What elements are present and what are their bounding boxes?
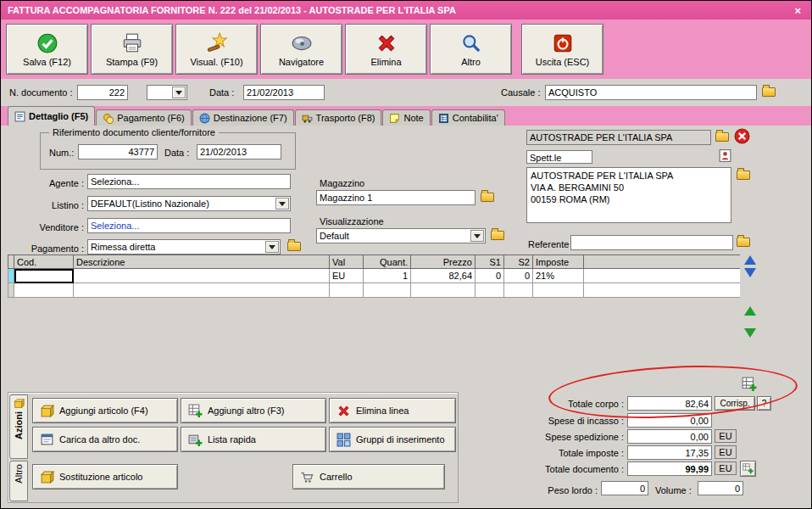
totale-corpo-input[interactable]: 82,64: [627, 396, 712, 411]
header-val[interactable]: Val: [330, 255, 364, 269]
cell-s1[interactable]: 0: [476, 269, 504, 283]
riferimento-num-input[interactable]: 43777: [78, 144, 158, 159]
referente-folder-icon[interactable]: [737, 238, 750, 247]
supplier-name-field[interactable]: AUTOSTRADE PER L'ITALIA SPA: [526, 130, 711, 145]
header-s1[interactable]: S1: [476, 255, 504, 269]
chevron-down-icon[interactable]: [172, 87, 186, 98]
totale-imposte-input[interactable]: 17,35: [627, 445, 712, 460]
cell-val[interactable]: EU: [330, 269, 364, 283]
chevron-down-icon[interactable]: [265, 241, 279, 253]
quick-list-button[interactable]: Lista rapida: [181, 427, 326, 452]
tab-trasporto[interactable]: Trasporto (F8): [295, 109, 382, 126]
cell-val[interactable]: [330, 283, 364, 298]
cell-imposte[interactable]: 21%: [533, 269, 584, 283]
spettle-input[interactable]: Spett.le: [526, 150, 592, 164]
add-row-icon[interactable]: [742, 377, 757, 392]
move-row-up-icon[interactable]: [744, 306, 756, 316]
add-article-icon: [40, 404, 54, 418]
tab-pagamento[interactable]: Pagamento (F6): [96, 109, 191, 126]
peso-lordo-input[interactable]: 0: [601, 481, 648, 495]
cell-s2[interactable]: 0: [504, 269, 533, 283]
exit-button[interactable]: Uscita (ESC): [521, 24, 603, 75]
row-selector[interactable]: [8, 283, 14, 298]
print-button[interactable]: Stampa (F9): [91, 24, 173, 75]
venditore-input[interactable]: Seleziona...: [87, 218, 291, 233]
agente-input[interactable]: Seleziona...: [87, 174, 291, 189]
cell-descrizione[interactable]: [74, 269, 330, 283]
header-cod[interactable]: Cod.: [14, 255, 74, 269]
cell-s1[interactable]: [476, 283, 504, 298]
spese-spedizione-input[interactable]: 0,00: [627, 429, 712, 444]
supplier-folder-icon[interactable]: [715, 132, 729, 142]
listino-combobox[interactable]: DEFAULT(Listino Nazionale): [87, 196, 291, 211]
insert-groups-button[interactable]: Gruppi di inserimento: [329, 427, 456, 452]
address-folder-icon[interactable]: [737, 171, 750, 180]
tab-azioni[interactable]: Azioni: [9, 394, 28, 459]
cell-quant[interactable]: [364, 283, 411, 298]
riferimento-data-input[interactable]: 21/02/2013: [197, 144, 281, 159]
volume-input[interactable]: 0: [698, 481, 743, 495]
tab-altro[interactable]: Altro: [9, 461, 28, 501]
cell-cod[interactable]: [14, 283, 74, 298]
tab-destinazione[interactable]: Destinazione (F7): [192, 109, 294, 126]
chevron-down-icon[interactable]: [275, 198, 289, 210]
supplier-delete-icon[interactable]: [734, 128, 750, 144]
recalculate-icon[interactable]: [740, 461, 756, 477]
totale-documento-currency: EU: [715, 461, 737, 475]
visualizzazione-combobox[interactable]: Default: [316, 228, 486, 243]
table-row[interactable]: EU 1 82,64 0 0 21%: [8, 269, 740, 283]
magazzino-input[interactable]: Magazzino 1: [316, 190, 476, 205]
cell-imposte[interactable]: [533, 283, 584, 298]
header-s2[interactable]: S2: [504, 255, 533, 269]
save-button[interactable]: Salva (F12): [6, 24, 88, 75]
add-article-button[interactable]: Aggiungi articolo (F4): [32, 398, 178, 423]
cell-cod[interactable]: [14, 269, 74, 283]
header-imposte[interactable]: Imposte: [533, 255, 584, 269]
magazzino-folder-icon[interactable]: [481, 193, 494, 202]
header-quant[interactable]: Quant.: [364, 255, 411, 269]
cell-quant[interactable]: 1: [364, 269, 411, 283]
doc-number-combobox[interactable]: [147, 85, 187, 100]
preview-button-label: Visual. (F10): [190, 57, 242, 67]
load-doc-button[interactable]: Carica da altro doc.: [32, 427, 178, 452]
corrisp-button[interactable]: Corrisp.: [715, 396, 755, 411]
add-other-button[interactable]: Aggiungi altro (F3): [181, 398, 326, 423]
cart-button[interactable]: Carrello: [292, 464, 445, 489]
move-row-down-icon[interactable]: [744, 328, 756, 338]
delete-button[interactable]: Elimina: [345, 24, 427, 75]
referente-input[interactable]: [570, 235, 733, 250]
cell-prezzo[interactable]: 82,64: [411, 269, 476, 283]
preview-button[interactable]: Visual. (F10): [175, 24, 258, 75]
close-icon[interactable]: ×: [791, 4, 804, 17]
row-selector[interactable]: [8, 269, 14, 283]
spese-incasso-input[interactable]: 0,00: [627, 413, 712, 428]
navigator-button[interactable]: Navigatore: [260, 24, 342, 75]
causale-input[interactable]: ACQUISTO: [545, 85, 757, 100]
contact-book-icon[interactable]: [718, 148, 732, 163]
cell-prezzo[interactable]: [411, 283, 476, 298]
scroll-down-icon[interactable]: [744, 268, 756, 277]
cell-s2[interactable]: [504, 283, 533, 298]
doc-number-input[interactable]: 222: [77, 85, 128, 100]
tab-contabilita[interactable]: Contabilita': [431, 109, 505, 126]
pagamento-combobox[interactable]: Rimessa diretta: [87, 239, 281, 255]
header-prezzo[interactable]: Prezzo: [411, 255, 476, 269]
replace-article-button[interactable]: Sostituzione articolo: [32, 464, 178, 489]
totale-documento-input[interactable]: 99,99: [627, 461, 712, 476]
doc-date-input[interactable]: 21/02/2013: [243, 85, 325, 100]
pagamento-folder-icon[interactable]: [287, 242, 301, 251]
cell-descrizione[interactable]: [74, 283, 330, 298]
supplier-address-box[interactable]: AUTOSTRADE PER L'ITALIA SPA VIA A. BERGA…: [526, 167, 731, 223]
delete-line-button[interactable]: Elimina linea: [329, 398, 456, 423]
scroll-up-icon[interactable]: [744, 255, 756, 265]
add-other-label: Aggiungi altro (F3): [208, 406, 285, 416]
causale-folder-icon[interactable]: [762, 87, 776, 97]
visualizzazione-folder-icon[interactable]: [491, 231, 504, 240]
tab-dettaglio[interactable]: Dettaglio (F5): [8, 106, 95, 126]
table-row[interactable]: [8, 283, 740, 298]
header-descrizione[interactable]: Descrizione: [74, 255, 330, 269]
other-button[interactable]: Altro: [430, 24, 512, 75]
tab-note[interactable]: Note: [382, 109, 430, 126]
chevron-down-icon[interactable]: [470, 230, 484, 242]
help-button[interactable]: ?: [757, 396, 771, 411]
